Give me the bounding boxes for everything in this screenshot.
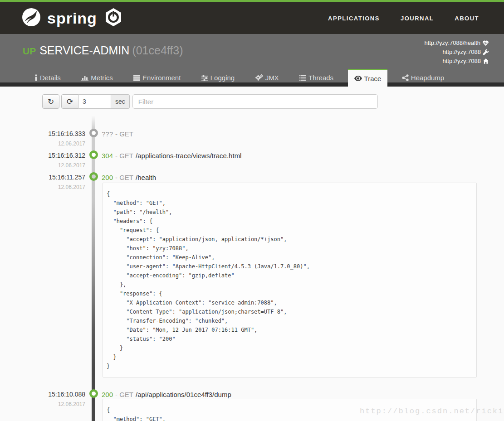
entry-label[interactable]: ???- GET bbox=[102, 130, 133, 138]
entry-method: - GET bbox=[115, 391, 133, 398]
application-id: (01ce4ff3) bbox=[132, 44, 183, 57]
entry-timestamp: 15:16:16.312 12.06.2017 bbox=[18, 152, 85, 169]
list-icon bbox=[299, 75, 306, 81]
sliders-icon bbox=[201, 75, 208, 81]
application-title: UPSERVICE-ADMIN(01ce4ff3) bbox=[23, 44, 183, 57]
tab-heapdump-label: Heapdump bbox=[411, 74, 444, 82]
trace-json-body: { "method": "GET", "path": "/health", "h… bbox=[107, 189, 473, 371]
service-url-text: http://yzy:7088 bbox=[442, 57, 481, 66]
watermark: http://blog.csdn.net/rickiyeat bbox=[360, 407, 504, 416]
entry-status: 304 bbox=[102, 152, 113, 160]
refresh-interval-input[interactable] bbox=[78, 94, 111, 109]
entry-date: 12.06.2017 bbox=[18, 162, 85, 169]
trace-content: ↻ ⟳ sec 15:16:16.333 12.06.2017 ???- GET bbox=[0, 87, 504, 421]
tab-details-label: Details bbox=[40, 74, 61, 82]
nav-journal[interactable]: JOURNAL bbox=[401, 15, 434, 22]
tab-heapdump[interactable]: Heapdump bbox=[396, 69, 450, 87]
entry-status: 200 bbox=[102, 174, 113, 181]
tab-threads[interactable]: Threads bbox=[293, 69, 340, 87]
navbar-links: APPLICATIONS JOURNAL ABOUT bbox=[328, 15, 479, 22]
entry-label[interactable]: 200- GET/health bbox=[102, 174, 156, 181]
entry-status: ??? bbox=[102, 130, 113, 138]
tab-bar: Details Metrics Environment Logging bbox=[0, 69, 504, 87]
trace-detail-box: { "method": "GET", "path": "/health", "h… bbox=[103, 183, 477, 377]
tab-threads-label: Threads bbox=[308, 74, 333, 82]
server-list-icon bbox=[133, 75, 140, 81]
timeline-dot-green[interactable] bbox=[89, 389, 98, 398]
share-icon bbox=[402, 74, 409, 81]
spring-leaf-logo-icon bbox=[22, 8, 41, 29]
entry-method: - GET bbox=[115, 174, 133, 181]
entry-label[interactable]: 200- GET/api/applications/01ce4ff3/dump bbox=[102, 391, 231, 398]
management-url-text: http://yzy:7088 bbox=[442, 48, 481, 57]
entry-timestamp: 15:16:16.333 12.06.2017 bbox=[18, 130, 85, 147]
entry-path: /api/applications/01ce4ff3/dump bbox=[136, 391, 231, 398]
trace-controls: ↻ ⟳ sec bbox=[42, 94, 378, 109]
entry-time: 15:16:16.312 bbox=[18, 152, 85, 159]
heartbeat-icon bbox=[482, 40, 489, 46]
entry-timestamp: 15:16:11.257 12.06.2017 bbox=[18, 174, 85, 190]
status-badge: UP bbox=[23, 46, 36, 56]
entry-time: 15:16:11.257 bbox=[18, 174, 85, 181]
timeline-bar bbox=[92, 116, 95, 421]
info-icon bbox=[34, 74, 38, 81]
auto-refresh-button[interactable]: ⟳ bbox=[61, 94, 78, 109]
timeline-dot-green[interactable] bbox=[89, 150, 98, 159]
filter-input[interactable] bbox=[132, 94, 378, 109]
entry-label[interactable]: 304- GET/applications-trace/views/trace.… bbox=[102, 152, 241, 160]
nav-applications[interactable]: APPLICATIONS bbox=[328, 15, 380, 22]
application-name: SERVICE-ADMIN bbox=[39, 44, 129, 57]
tab-environment[interactable]: Environment bbox=[127, 69, 187, 87]
tab-details[interactable]: Details bbox=[28, 69, 67, 87]
eye-icon bbox=[354, 76, 362, 81]
refresh-once-button[interactable]: ↻ bbox=[42, 94, 59, 109]
timeline-dot-green[interactable] bbox=[89, 172, 98, 181]
health-url-link[interactable]: http://yzy:7088/health bbox=[424, 39, 489, 48]
home-icon bbox=[483, 58, 489, 64]
spring-boot-hexagon-icon bbox=[103, 7, 123, 29]
tab-metrics[interactable]: Metrics bbox=[75, 69, 119, 87]
wrench-icon bbox=[483, 49, 489, 55]
cogs-icon bbox=[255, 74, 263, 81]
brand-name: spring bbox=[47, 10, 97, 27]
entry-method: - GET bbox=[115, 130, 133, 138]
management-url-link[interactable]: http://yzy:7088 bbox=[424, 48, 489, 57]
tab-jmx[interactable]: JMX bbox=[249, 69, 285, 87]
timeline-dot-gray[interactable] bbox=[89, 129, 98, 137]
service-urls: http://yzy:7088/health http://yzy:7088 bbox=[424, 39, 489, 66]
bar-chart-icon bbox=[81, 75, 88, 81]
tab-logging[interactable]: Logging bbox=[195, 69, 241, 87]
tab-trace[interactable]: Trace bbox=[348, 69, 388, 87]
entry-status: 200 bbox=[102, 391, 113, 398]
nav-about[interactable]: ABOUT bbox=[455, 15, 479, 22]
entry-path: /applications-trace/views/trace.html bbox=[136, 152, 241, 160]
service-url-link[interactable]: http://yzy:7088 bbox=[424, 57, 489, 66]
entry-timestamp: 15:16:10.088 12.06.2017 bbox=[18, 391, 85, 407]
entry-time: 15:16:10.088 bbox=[18, 391, 85, 398]
entry-time: 15:16:16.333 bbox=[18, 130, 85, 137]
application-header: UPSERVICE-ADMIN(01ce4ff3) http://yzy:708… bbox=[0, 34, 504, 87]
entry-method: - GET bbox=[115, 152, 133, 160]
entry-path: /health bbox=[136, 174, 156, 181]
tab-jmx-label: JMX bbox=[265, 74, 279, 82]
navbar: spring APPLICATIONS JOURNAL ABOUT bbox=[0, 2, 504, 34]
tab-metrics-label: Metrics bbox=[91, 74, 113, 82]
interval-unit-label: sec bbox=[111, 94, 130, 109]
tab-trace-label: Trace bbox=[364, 75, 382, 82]
refresh-icon: ↻ bbox=[48, 97, 54, 106]
entry-date: 12.06.2017 bbox=[18, 184, 85, 190]
spring-brand[interactable]: spring bbox=[22, 7, 123, 29]
entry-date: 12.06.2017 bbox=[18, 140, 85, 147]
tab-logging-label: Logging bbox=[210, 74, 235, 82]
page: spring APPLICATIONS JOURNAL ABOUT UPSERV… bbox=[0, 0, 504, 421]
entry-date: 12.06.2017 bbox=[18, 401, 85, 407]
health-url-text: http://yzy:7088/health bbox=[424, 39, 480, 48]
auto-refresh-icon: ⟳ bbox=[67, 97, 73, 106]
tab-environment-label: Environment bbox=[142, 74, 181, 82]
